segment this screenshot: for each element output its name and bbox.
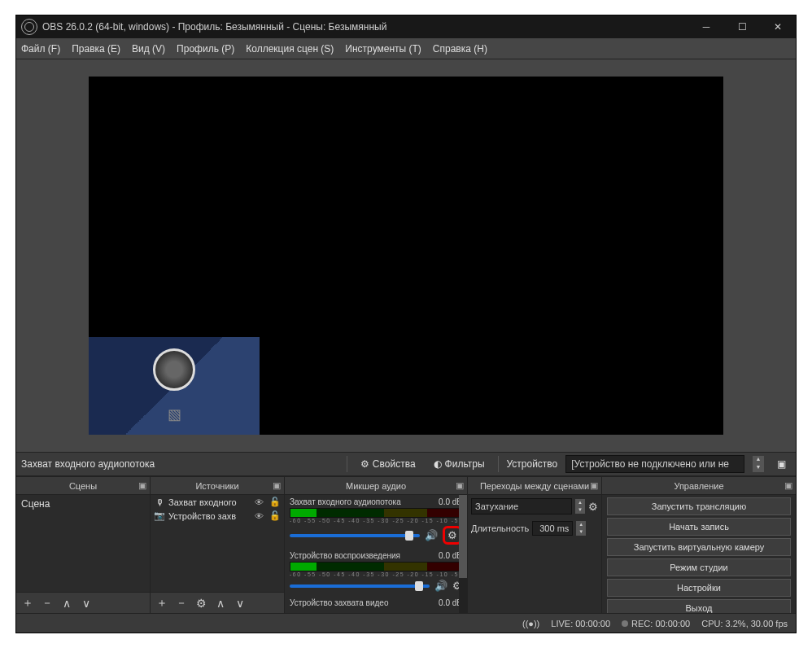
- add-scene-button[interactable]: ＋: [20, 596, 36, 611]
- dock-icon[interactable]: ▣: [456, 480, 464, 491]
- camera-off-icon: ▧: [168, 405, 181, 423]
- source-toolbar: Захват входного аудиопотока ⚙ Свойства ◐…: [16, 452, 796, 476]
- mixer-header: Микшер аудио ▣: [285, 477, 467, 495]
- controls-panel: Управление ▣ Запустить трансляцию Начать…: [602, 477, 796, 613]
- remove-scene-button[interactable]: －: [39, 596, 55, 611]
- separator: [498, 456, 499, 472]
- dock-icon[interactable]: ▣: [784, 480, 792, 491]
- move-down-button[interactable]: ∨: [232, 597, 248, 610]
- filters-button[interactable]: ◐ Фильтры: [429, 456, 490, 472]
- selected-source-label: Захват входного аудиопотока: [21, 458, 155, 470]
- source-item[interactable]: 📷 Устройство захв 👁 🔓: [151, 509, 284, 523]
- cpu-status: CPU: 3.2%, 30.00 fps: [701, 619, 788, 628]
- broadcast-icon: ((●)): [522, 619, 539, 628]
- properties-button[interactable]: ⚙ Свойства: [356, 456, 421, 472]
- separator: [347, 456, 347, 472]
- start-vcam-button[interactable]: Запустить виртуальную камеру: [607, 538, 791, 556]
- window-title: OBS 26.0.2 (64-bit, windows) - Профиль: …: [42, 21, 688, 33]
- volume-slider[interactable]: [290, 585, 430, 588]
- dock-toggle-button[interactable]: ▣: [772, 456, 791, 472]
- menu-scenes[interactable]: Коллекция сцен (S): [246, 43, 334, 55]
- menu-edit[interactable]: Правка (E): [72, 43, 120, 55]
- transition-dropdown[interactable]: Затухание: [471, 498, 572, 514]
- statusbar: ((●)) LIVE: 00:00:00 REC: 00:00:00 CPU: …: [16, 613, 796, 633]
- start-record-button[interactable]: Начать запись: [607, 518, 791, 536]
- rec-dot-icon: [622, 620, 628, 627]
- camera-icon: 📷: [154, 510, 165, 521]
- transitions-header: Переходы между сценами ▣: [468, 477, 601, 495]
- controls-body: Запустить трансляцию Начать запись Запус…: [602, 495, 796, 613]
- dock-icon[interactable]: ▣: [138, 480, 146, 491]
- sources-panel: Источники ▣ 🎙 Захват входного 👁 🔓 📷 Устр…: [151, 477, 285, 613]
- device-label: Устройство: [507, 458, 558, 470]
- device-spin[interactable]: ▲▼: [753, 456, 764, 472]
- minimize-button[interactable]: ─: [688, 15, 724, 38]
- volume-meter: [290, 508, 462, 518]
- lock-icon[interactable]: 🔓: [269, 510, 281, 521]
- menu-tools[interactable]: Инструменты (T): [345, 43, 421, 55]
- duration-label: Длительность: [471, 523, 529, 533]
- menu-file[interactable]: Файл (F): [21, 43, 60, 55]
- scrollbar[interactable]: [459, 495, 467, 613]
- scenes-list[interactable]: Сцена: [16, 495, 150, 592]
- controls-header: Управление ▣: [602, 477, 796, 495]
- lock-icon[interactable]: 🔓: [269, 497, 281, 507]
- source-settings-button[interactable]: ⚙: [193, 597, 209, 610]
- preview-source-overlay[interactable]: ▧: [89, 337, 260, 435]
- rec-status: REC: 00:00:00: [631, 619, 690, 628]
- maximize-button[interactable]: ☐: [724, 15, 760, 38]
- move-up-button[interactable]: ∧: [59, 597, 75, 610]
- mixer-track: Устройство воспроизведения0.0 dB -60 -55…: [285, 549, 467, 596]
- scenes-panel: Сцены ▣ Сцена ＋ － ∧ ∨: [16, 477, 151, 613]
- duration-input[interactable]: [532, 521, 573, 536]
- app-window: OBS 26.0.2 (64-bit, windows) - Профиль: …: [15, 15, 797, 633]
- obs-logo-icon: [153, 348, 195, 391]
- menu-view[interactable]: Вид (V): [132, 43, 165, 55]
- exit-button[interactable]: Выход: [607, 599, 791, 613]
- live-status: LIVE: 00:00:00: [551, 619, 610, 628]
- move-down-button[interactable]: ∨: [78, 597, 94, 610]
- mic-icon: 🎙: [154, 497, 165, 507]
- dock-icon[interactable]: ▣: [590, 480, 598, 491]
- volume-meter: [290, 562, 462, 571]
- preview-area: ▧: [16, 59, 796, 452]
- settings-button[interactable]: Настройки: [607, 579, 791, 597]
- mixer-track: Устройство захвата видео0.0 dB: [285, 596, 467, 611]
- menu-help[interactable]: Справка (H): [433, 43, 487, 55]
- gear-icon[interactable]: ⚙: [588, 501, 598, 513]
- source-item[interactable]: 🎙 Захват входного 👁 🔓: [151, 495, 284, 509]
- transitions-body: Затухание ▲▼ ⚙ Длительность ▲▼: [468, 495, 601, 613]
- menu-profile[interactable]: Профиль (P): [177, 43, 234, 55]
- titlebar: OBS 26.0.2 (64-bit, windows) - Профиль: …: [16, 15, 796, 38]
- mixer-panel: Микшер аудио ▣ Захват входного аудиопото…: [285, 477, 468, 613]
- eye-icon[interactable]: 👁: [255, 497, 266, 507]
- close-button[interactable]: ✕: [760, 15, 796, 38]
- move-up-button[interactable]: ∧: [212, 597, 229, 610]
- obs-logo-icon: [21, 19, 37, 35]
- eye-icon[interactable]: 👁: [255, 511, 266, 521]
- device-dropdown[interactable]: [Устройство не подключено или не: [565, 455, 744, 473]
- studio-mode-button[interactable]: Режим студии: [607, 558, 791, 576]
- scene-item[interactable]: Сцена: [16, 495, 150, 513]
- volume-slider[interactable]: [290, 534, 420, 537]
- speaker-icon[interactable]: 🔊: [434, 580, 447, 592]
- menubar: Файл (F) Правка (E) Вид (V) Профиль (P) …: [16, 38, 796, 59]
- transition-spin[interactable]: ▲▼: [575, 499, 585, 514]
- transitions-panel: Переходы между сценами ▣ Затухание ▲▼ ⚙ …: [468, 477, 602, 613]
- remove-source-button[interactable]: －: [173, 596, 190, 611]
- preview-canvas[interactable]: ▧: [89, 77, 723, 435]
- panels: Сцены ▣ Сцена ＋ － ∧ ∨ Источники ▣ 🎙 Зах: [16, 476, 796, 613]
- start-stream-button[interactable]: Запустить трансляцию: [607, 497, 791, 515]
- mixer-track: Захват входного аудиопотока0.0 dB -60 -5…: [285, 495, 467, 549]
- scenes-header: Сцены ▣: [16, 477, 150, 495]
- sources-header: Источники ▣: [151, 477, 284, 495]
- dock-icon[interactable]: ▣: [273, 480, 281, 491]
- speaker-icon[interactable]: 🔊: [425, 529, 438, 541]
- sources-list[interactable]: 🎙 Захват входного 👁 🔓 📷 Устройство захв …: [151, 495, 284, 592]
- add-source-button[interactable]: ＋: [154, 596, 170, 611]
- mixer-body: Захват входного аудиопотока0.0 dB -60 -5…: [285, 495, 467, 613]
- duration-spin[interactable]: ▲▼: [576, 521, 586, 536]
